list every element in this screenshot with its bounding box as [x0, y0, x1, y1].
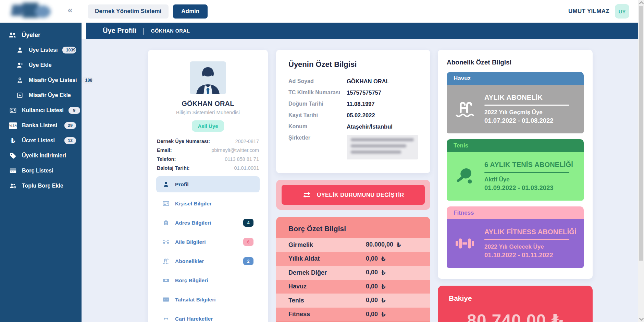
separator-line	[484, 239, 569, 240]
debt-row-havuz: Havuz 0,00 ₺	[276, 280, 430, 294]
lira-symbol: ₺	[381, 297, 386, 304]
profile-menu-label: Adres Bilgileri	[175, 220, 211, 226]
debt-title: Borç Özet Bilgisi	[276, 217, 430, 238]
count-badge: 188	[82, 77, 94, 84]
info-label: Dernek Üye Numarası:	[157, 139, 210, 144]
scroll-down-icon[interactable]	[639, 316, 644, 321]
users-gear-icon	[9, 182, 17, 190]
pool-icon	[162, 258, 170, 265]
breadcrumb: Üye Profili | GÖKHAN ORAL	[86, 23, 638, 39]
info-label: Telefon:	[157, 156, 176, 162]
member-title: Bilişim Sistemleri Mühendisi	[156, 109, 260, 115]
scrollbar-thumb[interactable]	[639, 6, 643, 261]
count-badge: 12	[64, 137, 76, 144]
lira-symbol: ₺	[381, 269, 386, 276]
debt-row-dernek-diger: Dernek Diğer 0,00 ₺	[276, 266, 430, 280]
admin-button[interactable]: Admin	[173, 4, 208, 19]
count-badge: 29	[64, 122, 76, 129]
summary-row: Doğum Tarihi 11.08.1997	[288, 101, 418, 107]
sidebar-item-label: Üye Ekle	[29, 62, 52, 68]
sidebar-item-misafir-uye-listesi[interactable]: Misafir Üye Listesi 188	[0, 73, 82, 88]
change-status-container: ÜYELİK DURUMUNU DEĞİŞTİR	[276, 180, 430, 210]
summary-value: 05.02.2022	[347, 112, 375, 119]
sidebar-section-uyeler[interactable]: Üyeler	[0, 27, 82, 43]
tennis-icon	[454, 166, 475, 187]
pool-icon	[454, 98, 475, 120]
count-badge: 1039	[62, 47, 76, 53]
profile-menu-item-kisisel-bilgiler[interactable]: Kişisel Bilgiler	[156, 195, 260, 212]
info-value: 0113 858 81 71	[225, 156, 259, 162]
profile-menu-item-cari-hareketler[interactable]: Cari Hareketler	[156, 311, 260, 322]
tag-icon	[9, 152, 17, 159]
subscription-plan: AYLIK ABONELİK	[484, 94, 569, 102]
subscription-card-havuz: Havuz AYLIK ABONELİK 2022 Yılı Geçmiş Üy…	[447, 72, 584, 133]
sidebar-item-uye-ekle[interactable]: Üye Ekle	[0, 58, 82, 73]
app-title-chip: Dernek Yönetim Sistemi	[88, 4, 169, 19]
profile-menu-item-adres-bilgileri[interactable]: Adres Bilgileri 4	[156, 215, 260, 231]
summary-label: Şirketler	[288, 135, 347, 141]
visa-icon: VISA	[9, 122, 17, 129]
sidebar-item-label: Toplu Borç Ekle	[22, 183, 63, 189]
count-badge: 2	[243, 257, 253, 265]
sidebar-item-label: Misafir Üye Ekle	[29, 92, 71, 98]
profile-menu-item-profil[interactable]: Profil	[156, 176, 260, 192]
summary-label: Doğum Tarihi	[288, 101, 347, 107]
debt-amount: 80.000,00	[366, 241, 393, 249]
subscription-category-header: Tenis	[447, 139, 584, 152]
profile-menu-label: Borç Bilgileri	[175, 277, 208, 284]
subscriptions-title: Abonelik Özet Bilgisi	[447, 59, 584, 66]
subscription-dates: 01.07.2022 - 01.08.2022	[484, 117, 569, 124]
summary-title: Üyenin Özet Bilgisi	[288, 60, 418, 69]
sidebar-item-label: Üye Listesi	[29, 47, 58, 53]
info-value: 2002-0817	[235, 139, 259, 144]
sidebar-collapse-icon[interactable]: «	[68, 5, 73, 15]
profile-menu-item-aile-bilgileri[interactable]: Aile Bilgileri 6	[156, 234, 260, 250]
member-info-row: Telefon: 0113 858 81 71	[157, 156, 259, 162]
profile-menu-item-borc-bilgileri[interactable]: Borç Bilgileri	[156, 272, 260, 288]
scroll-up-icon[interactable]	[639, 1, 644, 6]
sidebar-item-label: Borç Listesi	[22, 168, 53, 174]
breadcrumb-member-name: GÖKHAN ORAL	[151, 28, 190, 34]
sidebar-item-kullanici-listesi[interactable]: Kullanıcı Listesi 9	[0, 103, 82, 118]
subscription-dates: 01.10.2022 - 01.11.2022	[484, 251, 577, 259]
top-header: Dernek Yönetim Sistemi Admin UMUT YILMAZ…	[82, 0, 638, 23]
membership-badge-wrap: Asil Üye	[156, 120, 260, 132]
user-box: UMUT YILMAZ UY	[568, 4, 629, 19]
sidebar-item-misafir-uye-ekle[interactable]: Misafir Üye Ekle	[0, 88, 82, 103]
credit-card-icon	[9, 167, 17, 175]
profile-menu-item-abonelikler[interactable]: Abonelikler 2	[156, 253, 260, 269]
summary-label: Kayıt Tarihi	[288, 112, 347, 118]
profile-menu-item-tahsilat-bilgileri[interactable]: Tahsilat Bilgileri	[156, 291, 260, 308]
debt-amount: 0,00	[366, 283, 378, 290]
sidebar-item-banka-listesi[interactable]: VISA Banka Listesi 29	[0, 118, 82, 133]
sidebar-item-ucret-listesi[interactable]: ₺ Ücret Listesi 12	[0, 133, 82, 148]
user-icon	[162, 181, 170, 188]
summary-value: 11.08.1997	[347, 101, 375, 107]
user-avatar[interactable]: UY	[615, 4, 629, 19]
separator-line	[484, 172, 569, 173]
sidebar-item-uye-listesi[interactable]: Üye Listesi 1039	[0, 43, 82, 58]
debt-amount: 0,00	[366, 269, 378, 276]
family-icon	[162, 238, 170, 246]
debt-amount: 0,00	[366, 297, 378, 304]
debt-row-fitness: Fitness 0,00 ₺	[276, 308, 430, 322]
change-membership-status-button[interactable]: ÜYELİK DURUMUNU DEĞİŞTİR	[282, 185, 425, 205]
plus-square-icon	[16, 92, 24, 99]
sidebar-item-toplu-borc-ekle[interactable]: Toplu Borç Ekle	[0, 178, 82, 193]
subscription-plan: 6 AYLIK TENİS ABONELİĞİ	[484, 161, 573, 169]
subscription-category-header: Fitness	[447, 206, 584, 219]
summary-row: Kayıt Tarihi 05.02.2022	[288, 112, 418, 119]
sidebar-item-uyelik-i-ndirimleri[interactable]: Üyelik İndirimleri	[0, 148, 82, 163]
member-info-row: Balotaj Tarihi: 01.01.0001	[157, 165, 259, 171]
dumbbell-icon	[454, 233, 475, 254]
debt-label: Girmelik	[288, 241, 366, 249]
subscription-category: Tenis	[454, 142, 468, 149]
debt-label: Havuz	[288, 283, 366, 290]
page-scrollbar[interactable]	[638, 0, 644, 322]
member-info-row: Dernek Üye Numarası: 2002-0817	[157, 139, 259, 144]
subscription-status: Aktif Üye	[484, 176, 573, 183]
app-logo	[12, 2, 56, 20]
sidebar-item-borc-listesi[interactable]: Borç Listesi	[0, 163, 82, 178]
profile-menu: Profil Kişisel Bilgiler Adres Bilgileri …	[156, 176, 260, 322]
summary-label: Konum	[288, 123, 347, 130]
